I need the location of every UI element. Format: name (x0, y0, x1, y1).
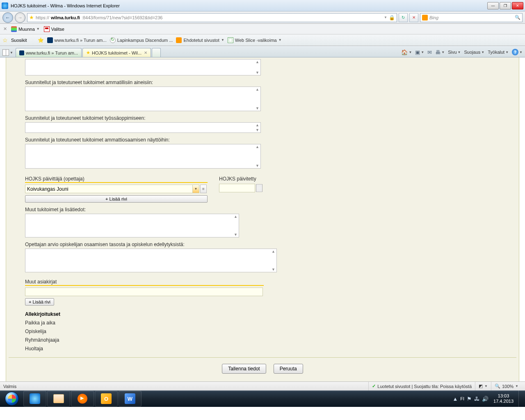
sig-ryhma: Ryhmänohjaaja (25, 337, 500, 343)
cancel-button[interactable]: Peruuta (274, 364, 303, 374)
mail-button[interactable]: ✉ (427, 49, 432, 55)
textarea-arvio[interactable]: ▲▼ (25, 249, 277, 272)
scroll-down-icon[interactable]: ▼ (256, 71, 259, 75)
favorites-star-icon[interactable]: ☆ (2, 37, 8, 43)
taskbar-mediaplayer[interactable] (71, 391, 94, 406)
print-button[interactable]: 🖶▼ (435, 49, 445, 55)
scroll-down-icon[interactable]: ▼ (256, 106, 259, 110)
favorites-label[interactable]: Suosikit (11, 38, 27, 43)
minimize-button[interactable]: — (487, 2, 499, 9)
status-mode[interactable]: ◩▼ (475, 382, 491, 390)
status-bar: Valmis ✓Luotetut sivustot | Suojattu til… (0, 381, 525, 390)
add-favorite-icon[interactable]: ⭐ (38, 37, 44, 43)
textarea-naytot[interactable]: ▲▼ (25, 144, 261, 169)
favorites-bar: ☆ Suosikit ⭐ www.turku.fi » Turun am... … (0, 34, 525, 46)
dropdown-arrow-icon[interactable]: ▼ (192, 185, 199, 193)
add-row-button[interactable]: + Lisää rivi (25, 195, 208, 203)
paivittaja-input[interactable] (25, 186, 192, 192)
mail-icon: ✉ (427, 49, 432, 55)
scroll-up-icon[interactable]: ▲ (234, 215, 237, 219)
sig-opiskelija: Opiskelija (25, 329, 500, 334)
window-titlebar: HOJKS tukitoimet - Wilma - Windows Inter… (0, 0, 525, 11)
page-menu[interactable]: Sivu▼ (448, 50, 461, 55)
address-bar[interactable]: ★ https://wilma.turku.fi:8443/forms/71/n… (27, 13, 397, 22)
help-icon: ? (512, 49, 518, 55)
scroll-up-icon[interactable]: ▲ (272, 249, 275, 253)
fav-lapinkampus[interactable]: Lapinkampus Discendum ... (110, 37, 173, 43)
textarea-prev[interactable]: ▲▼ (25, 59, 261, 75)
new-tab-button[interactable] (152, 48, 161, 57)
url-dropdown-icon[interactable]: ▼ (384, 16, 387, 19)
add-row-button-2[interactable]: + Lisää rivi (25, 298, 54, 306)
tab-hojks[interactable]: ★ HOJKS tukitoimet - Wil... ✕ (82, 48, 151, 57)
feeds-button[interactable]: ▣▼ (415, 49, 424, 55)
search-icon[interactable]: 🔍 (515, 15, 520, 20)
pdf-icon (44, 26, 50, 32)
flag-icon[interactable]: ⚑ (467, 396, 472, 402)
maximize-button[interactable]: ❐ (500, 2, 511, 9)
fav-webslice[interactable]: Web Slice -valikoima▼ (228, 37, 282, 43)
back-button[interactable]: ← (2, 12, 13, 23)
textarea-ammatilliset[interactable]: ▲▼ (25, 87, 261, 111)
help-button[interactable]: ?▼ (512, 49, 523, 55)
textarea-muuttuki[interactable]: ▲▼ (25, 214, 239, 237)
scroll-up-icon[interactable]: ▲ (256, 60, 259, 64)
show-desktop-button[interactable] (518, 390, 523, 407)
taskbar-clock[interactable]: 13:03 17.4.2013 (491, 393, 516, 404)
label-ammatilliset: Suunnitellut ja toteutuneet tukitoimet a… (25, 80, 500, 85)
textarea-tyossa[interactable]: ▲▼ (25, 122, 261, 133)
search-box[interactable]: Bing 🔍 (420, 13, 523, 22)
save-button[interactable]: Tallenna tiedot (222, 364, 266, 374)
home-button[interactable]: 🏠▼ (401, 49, 412, 55)
fav-ehdotetut[interactable]: Ehdotetut sivustot▼ (176, 37, 224, 43)
zoom-icon: 🔍 (495, 383, 500, 389)
paivitetty-date-input[interactable] (219, 184, 255, 192)
taskbar-ie[interactable] (23, 391, 46, 406)
scroll-up-icon[interactable]: ▲ (256, 123, 259, 127)
taskbar-word[interactable]: W (119, 391, 142, 406)
valitse-button[interactable]: Valitse (44, 26, 64, 32)
network-icon[interactable]: 🖧 (474, 396, 479, 402)
label-paivitetty: HOJKS päivitetty (219, 176, 262, 182)
page-scroll[interactable]: ▲▼ Suunnitellut ja toteutuneet tukitoime… (0, 57, 525, 381)
taskbar-outlook[interactable]: O (95, 391, 118, 406)
safety-menu[interactable]: Suojaus▼ (464, 50, 485, 55)
tab-turku[interactable]: www.turku.fi » Turun am... (16, 48, 82, 57)
start-button[interactable] (1, 390, 23, 407)
fav-turku[interactable]: www.turku.fi » Turun am... (47, 37, 107, 43)
list-button[interactable]: ≡ (200, 185, 207, 193)
stop-button[interactable]: ✕ (409, 13, 418, 22)
scroll-up-icon[interactable]: ▲ (256, 145, 259, 149)
window-title: HOJKS tukitoimet - Wilma - Windows Inter… (11, 3, 487, 8)
paivittaja-dropdown[interactable]: ▼ (25, 185, 199, 193)
status-zoom[interactable]: 🔍100%▼ (491, 382, 522, 390)
refresh-button[interactable]: ↻ (399, 13, 408, 22)
valitse-label: Valitse (51, 27, 64, 32)
scroll-down-icon[interactable]: ▼ (256, 128, 259, 132)
rss-icon: ▣ (415, 49, 420, 55)
taskbar-explorer[interactable] (47, 391, 70, 406)
calendar-icon[interactable] (256, 184, 262, 192)
scroll-up-icon[interactable]: ▲ (256, 87, 259, 91)
quick-tabs-icon (2, 49, 9, 56)
tray-up-icon[interactable]: ▲ (452, 396, 458, 402)
convert-icon (11, 26, 17, 32)
navigation-bar: ← → ★ https://wilma.turku.fi:8443/forms/… (0, 11, 525, 24)
tab-label: www.turku.fi » Turun am... (26, 50, 78, 55)
quick-tabs-button[interactable]: ▼ (2, 49, 13, 57)
scroll-down-icon[interactable]: ▼ (272, 267, 275, 272)
toolbar-close-icon[interactable]: ✕ (3, 26, 7, 32)
close-button[interactable]: ✕ (512, 2, 523, 9)
status-security: ✓Luotetut sivustot | Suojattu tila: Pois… (368, 382, 475, 390)
forward-button[interactable]: → (15, 12, 25, 23)
volume-icon[interactable]: 🔊 (482, 396, 488, 402)
muunna-button[interactable]: Muunna ▼ (11, 26, 40, 32)
tools-menu[interactable]: Työkalut▼ (488, 50, 509, 55)
tab-close-icon[interactable]: ✕ (144, 50, 147, 55)
favorite-star-icon[interactable]: ★ (29, 14, 34, 21)
tray-lang[interactable]: FI (460, 396, 464, 401)
scroll-down-icon[interactable]: ▼ (234, 233, 237, 237)
asiakirjat-input[interactable] (25, 288, 263, 296)
scroll-down-icon[interactable]: ▼ (256, 164, 259, 168)
chevron-down-icon: ▼ (221, 38, 224, 42)
